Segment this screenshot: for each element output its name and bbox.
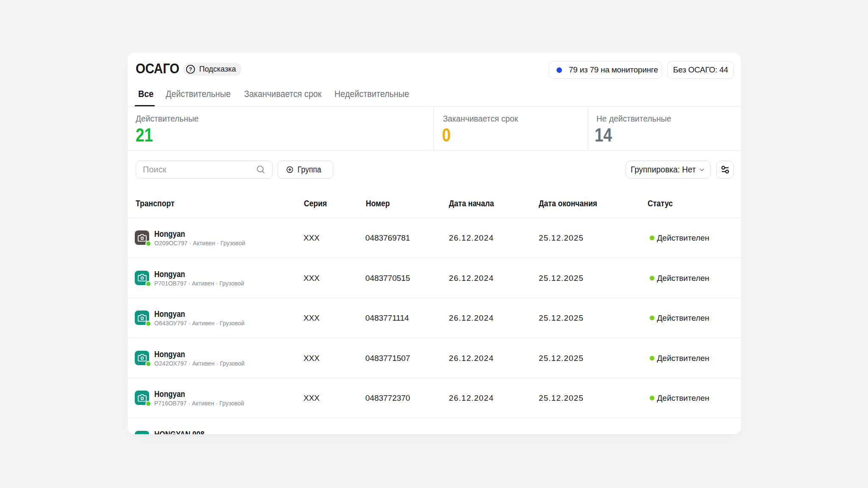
svg-text:?: ? — [189, 66, 192, 72]
